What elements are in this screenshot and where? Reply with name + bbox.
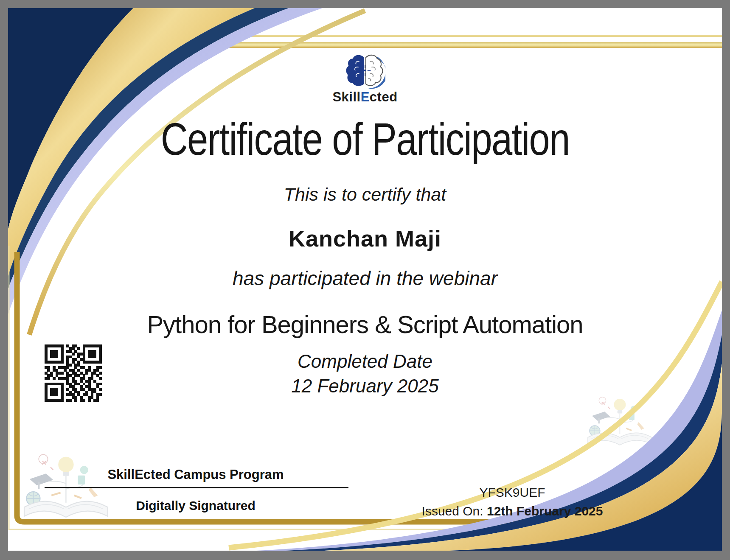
logo <box>8 52 722 92</box>
completed-date-label: Completed Date <box>8 351 722 372</box>
signature-note: Digitally Signatured <box>136 498 256 513</box>
course-title: Python for Beginners & Script Automation <box>8 310 722 339</box>
issued-on-label: Issued On: <box>422 504 483 518</box>
brand-suffix: cted <box>370 90 398 104</box>
participation-text: has participated in the webinar <box>8 267 722 290</box>
certificate-title-text: Certificate of Participation <box>160 114 569 165</box>
issued-on-line: Issued On: 12th February 2025 <box>422 504 603 518</box>
gray-frame: SkillEcted Certificate of Participation … <box>0 0 730 560</box>
brand-prefix: Skill <box>332 90 360 104</box>
certify-intro-text: This is to certify that <box>8 184 722 205</box>
certificate-content: SkillEcted Certificate of Participation … <box>8 8 722 551</box>
recipient-name: Kanchan Maji <box>8 225 722 252</box>
certificate: SkillEcted Certificate of Participation … <box>8 8 722 551</box>
issuer-name: SkillEcted Campus Program <box>107 467 284 482</box>
issued-on-date: 12th February 2025 <box>487 504 603 518</box>
certificate-code: YFSK9UEF <box>479 485 545 500</box>
brand-name: SkillEcted <box>8 90 722 105</box>
brain-logo-icon <box>345 52 385 90</box>
signature-line <box>45 487 348 488</box>
qr-code <box>45 344 102 402</box>
brand-accent-letter: E <box>361 90 370 104</box>
certificate-title: Certificate of Participation <box>8 114 722 165</box>
completed-date-value: 12 February 2025 <box>8 375 722 397</box>
